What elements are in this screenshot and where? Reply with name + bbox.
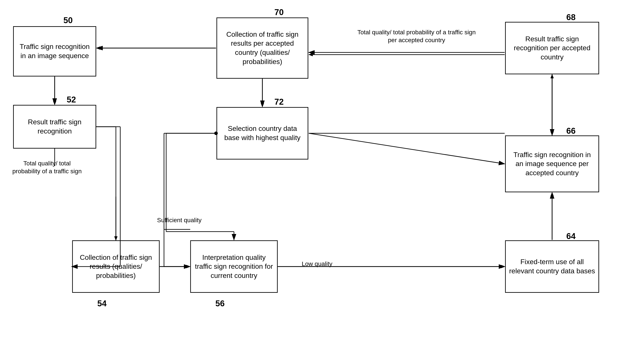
box-72: Selection country data base with highest… bbox=[216, 107, 308, 159]
label-50: 50 bbox=[63, 16, 73, 25]
annotation-total-quality-per-country: Total quality/ total probability of a tr… bbox=[356, 28, 477, 44]
svg-marker-9 bbox=[550, 132, 554, 136]
box-52: Result traffic sign recognition bbox=[13, 105, 96, 148]
svg-marker-30 bbox=[501, 265, 505, 268]
label-70: 70 bbox=[274, 8, 284, 17]
label-54: 54 bbox=[97, 299, 107, 308]
svg-marker-25 bbox=[186, 265, 190, 268]
box-56: Interpretation quality traffic sign reco… bbox=[190, 240, 278, 293]
label-56: 56 bbox=[215, 299, 225, 308]
label-64: 64 bbox=[566, 232, 576, 241]
label-72: 72 bbox=[274, 97, 284, 107]
svg-marker-7 bbox=[261, 103, 264, 107]
svg-marker-1 bbox=[53, 101, 56, 105]
annotation-low-quality: Low quality bbox=[295, 260, 339, 268]
box-50: Traffic sign recognition in an image seq… bbox=[13, 26, 96, 76]
svg-marker-34 bbox=[114, 236, 117, 240]
annotation-sufficient-quality: Sufficient quality bbox=[144, 216, 214, 224]
box-68: Result traffic sign recognition per acce… bbox=[505, 22, 599, 74]
box-64: Fixed-term use of all relevant country d… bbox=[505, 240, 599, 293]
box-70: Collection of traffic sign results per a… bbox=[216, 17, 308, 79]
box-54: Collection of traffic sign results (qual… bbox=[72, 240, 160, 293]
svg-marker-13 bbox=[550, 192, 554, 196]
annotation-total-quality: Total quality/ total probability of a tr… bbox=[9, 159, 85, 176]
box-66: Traffic sign recognition in an image seq… bbox=[505, 136, 599, 192]
svg-marker-18 bbox=[309, 53, 313, 56]
label-52: 52 bbox=[67, 95, 76, 105]
diagram: Traffic sign recognition in an image seq… bbox=[0, 0, 626, 364]
svg-marker-27 bbox=[186, 265, 190, 268]
svg-marker-15 bbox=[96, 46, 100, 50]
svg-line-54 bbox=[309, 133, 505, 164]
label-66: 66 bbox=[566, 126, 576, 136]
svg-marker-11 bbox=[550, 74, 554, 78]
label-68: 68 bbox=[566, 13, 576, 22]
